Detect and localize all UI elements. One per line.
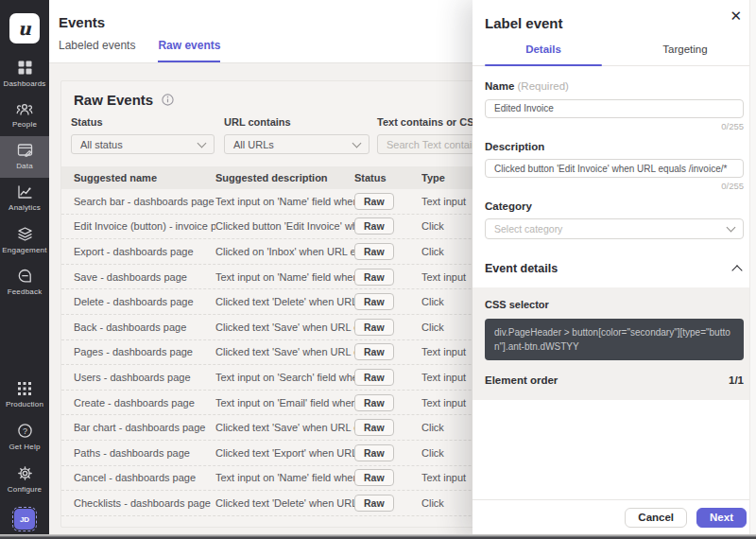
- sidebar-item-label: Dashboards: [3, 79, 45, 88]
- status-badge[interactable]: Raw: [354, 469, 394, 486]
- info-icon[interactable]: [162, 94, 174, 106]
- sidebar-item-engagement[interactable]: Engagement: [0, 219, 49, 262]
- cancel-button[interactable]: Cancel: [625, 508, 687, 529]
- event-details-header[interactable]: Event details: [485, 262, 744, 275]
- suggested-description-cell: Clicked text 'Save' when URL eq...: [215, 322, 354, 333]
- panel-body: Name (Required) 0/255 Description 0/255 …: [472, 66, 756, 400]
- suggested-name-cell: Pages - dashboards page: [74, 346, 215, 357]
- suggested-description-cell: Clicked text 'Delete' when URL e...: [215, 296, 354, 307]
- suggested-name-cell: Cancel - dashboards page: [74, 472, 215, 483]
- status-filter-label: Status: [71, 116, 215, 128]
- svg-text:?: ?: [22, 426, 26, 436]
- production-icon: [17, 381, 32, 396]
- status-filter-select[interactable]: All status: [71, 134, 215, 154]
- sidebar-item-get-help[interactable]: ? Get Help: [0, 416, 49, 459]
- name-input[interactable]: [485, 99, 744, 118]
- sidebar-item-label: Analytics: [9, 203, 41, 212]
- category-placeholder: Select category: [494, 223, 562, 235]
- sidebar-item-label: Data: [16, 162, 33, 170]
- suggested-name-cell: Save - dashboards page: [74, 271, 215, 283]
- chevron-down-icon: [198, 138, 207, 148]
- chevron-down-icon: [727, 223, 736, 233]
- panel-title: Label event: [472, 0, 756, 43]
- raw-events-title: Raw Events: [74, 92, 153, 108]
- category-select[interactable]: Select category: [485, 218, 744, 239]
- suggested-description-cell: Clicked text 'Save' when URL eq...: [215, 422, 354, 433]
- status-badge[interactable]: Raw: [354, 243, 394, 260]
- suggested-description-cell: Clicked button 'Edit Invoice' whe...: [215, 220, 354, 232]
- name-char-counter: 0/255: [485, 121, 744, 131]
- status-badge[interactable]: Raw: [354, 369, 394, 386]
- suggested-name-cell: Checklists - dashboards page: [74, 497, 215, 509]
- description-field-label: Description: [485, 141, 744, 152]
- status-badge[interactable]: Raw: [354, 319, 394, 336]
- sidebar-item-configure[interactable]: Configure: [0, 459, 49, 501]
- sidebar-bottom-group: Production ? Get Help Configure: [0, 374, 49, 539]
- url-filter-value: All URLs: [233, 139, 274, 150]
- name-required-hint-text: (Required): [518, 80, 569, 92]
- suggested-name-cell: Users - dashboards page: [74, 372, 215, 383]
- element-order-value: 1/1: [729, 374, 744, 386]
- sidebar-item-label: Configure: [8, 485, 43, 494]
- user-avatar[interactable]: JD: [14, 509, 35, 530]
- close-icon[interactable]: ✕: [727, 6, 745, 26]
- suggested-name-cell: Edit Invoice (button) - invoice page: [74, 220, 215, 232]
- suggested-name-cell: Delete - dashboards page: [74, 296, 215, 307]
- suggested-description-cell: Clicked text 'Delete' when URL e...: [215, 497, 354, 509]
- suggested-description-cell: Clicked on 'Inbox' when URL eq...: [215, 246, 354, 257]
- suggested-description-cell: Text input on 'Search' field whe...: [215, 372, 354, 383]
- status-badge[interactable]: Raw: [354, 193, 394, 210]
- panel-scrollbar[interactable]: [749, 0, 756, 539]
- sidebar-item-dashboards[interactable]: Dashboards: [0, 53, 49, 96]
- label-event-panel: ✕ Label event Details Targeting Name (Re…: [472, 0, 756, 539]
- sidebar-item-data[interactable]: Data: [0, 136, 49, 178]
- panel-tabs: Details Targeting: [472, 43, 756, 66]
- get-help-icon: ?: [17, 423, 33, 439]
- tab-targeting[interactable]: Targeting: [614, 43, 756, 65]
- status-badge[interactable]: Raw: [354, 269, 394, 286]
- status-badge[interactable]: Raw: [354, 444, 394, 461]
- people-icon: [16, 102, 33, 116]
- status-badge[interactable]: Raw: [354, 293, 394, 310]
- next-button[interactable]: Next: [696, 508, 747, 529]
- panel-footer: Cancel Next: [472, 499, 756, 534]
- dashboards-icon: [17, 60, 33, 76]
- status-badge[interactable]: Raw: [354, 419, 394, 436]
- status-badge[interactable]: Raw: [354, 394, 394, 411]
- tab-raw-events[interactable]: Raw events: [158, 39, 220, 62]
- css-selector-label: CSS selector: [485, 299, 744, 310]
- name-field-label: Name: [485, 80, 514, 92]
- column-header-status[interactable]: Status: [354, 172, 421, 183]
- status-badge[interactable]: Raw: [354, 343, 394, 360]
- element-order-label: Element order: [485, 374, 558, 386]
- page-title: Events: [59, 14, 105, 30]
- userpilot-logo[interactable]: u: [9, 13, 40, 43]
- sidebar-item-feedback[interactable]: Feedback: [0, 262, 49, 304]
- sidebar-item-label: Engagement: [2, 246, 46, 254]
- status-badge[interactable]: Raw: [354, 495, 394, 512]
- tab-labeled-events[interactable]: Labeled events: [59, 39, 135, 62]
- suggested-description-cell: Text input on 'Email' field when...: [215, 397, 354, 409]
- tab-details[interactable]: Details: [472, 43, 614, 65]
- sidebar-item-people[interactable]: People: [0, 96, 49, 136]
- sidebar-item-production[interactable]: Production: [0, 374, 49, 416]
- status-badge[interactable]: Raw: [354, 217, 394, 235]
- suggested-description-cell: Text input on 'Name' field when...: [215, 472, 354, 483]
- status-filter-value: All status: [80, 139, 123, 150]
- css-selector-value: div.PageHeader > button[color="secondary…: [485, 319, 744, 360]
- sidebar: u Dashboards People Data: [0, 0, 49, 539]
- suggested-name-cell: Search bar - dashboards page: [74, 196, 215, 207]
- suggested-name-cell: Export - dashboards page: [74, 246, 215, 257]
- suggested-name-cell: Bar chart - dashboards page: [74, 422, 215, 433]
- column-header-suggested-description[interactable]: Suggested description: [215, 172, 354, 183]
- category-field-label: Category: [485, 200, 744, 212]
- column-header-suggested-name[interactable]: Suggested name: [74, 172, 215, 183]
- suggested-description-cell: Clicked text 'Save' when URL eq...: [215, 346, 354, 357]
- configure-icon: [17, 465, 33, 481]
- suggested-description-cell: Text input on 'Name' field when...: [215, 196, 354, 207]
- url-filter-select[interactable]: All URLs: [224, 134, 369, 154]
- sidebar-item-analytics[interactable]: Analytics: [0, 178, 49, 219]
- data-icon: [17, 143, 33, 158]
- description-input[interactable]: [485, 159, 744, 178]
- chevron-up-icon: [731, 265, 742, 275]
